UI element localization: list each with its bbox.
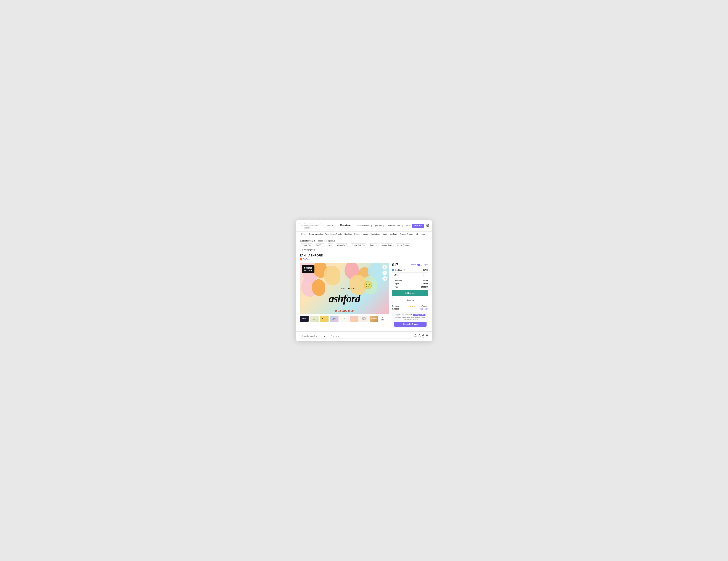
app-license-row: App $9999.00 xyxy=(392,286,428,288)
categories-row: Categories Fonts / Serif xyxy=(392,308,428,310)
logo-line1: Creative xyxy=(340,224,351,227)
size-option-72[interactable]: A 72pt xyxy=(426,334,428,339)
thumbnail-7[interactable]: the quickbrown foxjumps overthe lazy dog xyxy=(359,316,369,322)
app-price: $9999.00 xyxy=(421,286,428,288)
join-link[interactable]: Join xyxy=(397,225,400,227)
nav-fonts[interactable]: Fonts xyxy=(301,233,306,235)
preview-text-input[interactable] xyxy=(329,334,412,339)
category-nav: Fonts Design templates Web themes & code… xyxy=(296,231,432,237)
size-char-14: A xyxy=(415,334,416,336)
free-downloads-link[interactable]: Free Downloads xyxy=(356,225,369,227)
star-2: ★ xyxy=(412,305,414,307)
size-option-24[interactable]: A 24pt xyxy=(418,334,421,339)
suggested-searches: Suggested Searches based on this product… xyxy=(300,240,428,251)
tag-vintage-font[interactable]: Vintage Font xyxy=(300,243,313,247)
tag-serif[interactable]: Serif xyxy=(327,243,334,247)
search-bar[interactable]: Search fonts, phots, illustrations and m… xyxy=(299,222,321,230)
nav-illustrations[interactable]: Illustrations xyxy=(371,233,380,235)
favorite-button[interactable]: ♡ xyxy=(382,265,387,269)
price-row: $17 Member Regular xyxy=(392,263,428,267)
show-more-button[interactable]: › Show more xyxy=(379,316,385,322)
pricing-toggle-switch[interactable] xyxy=(417,263,422,266)
nav-brushes[interactable]: Brushes & more xyxy=(400,233,413,235)
tag-vintage-type[interactable]: Vintage Type xyxy=(380,243,394,247)
thumbnail-2[interactable]: whereflowersbloom xyxy=(310,316,319,322)
learn-chevron: ▾ xyxy=(426,233,427,235)
webfont-checkbox[interactable] xyxy=(392,279,394,282)
all-items-label: All Items xyxy=(324,225,331,227)
star-4: ★ xyxy=(416,305,418,307)
add-to-cart-button[interactable]: Add to cart xyxy=(392,290,428,296)
epub-license-label: Epub xyxy=(392,283,399,285)
thumbnail-5[interactable]: Aa Bb xyxy=(340,316,349,322)
search-icon xyxy=(301,224,303,227)
categories-label: Categories xyxy=(392,308,401,310)
nav-photos[interactable]: Photos xyxy=(354,233,360,235)
epub-checkbox[interactable] xyxy=(392,283,394,285)
desktop-info-icon[interactable]: i xyxy=(403,269,405,271)
nav-mockups[interactable]: Mockups xyxy=(390,233,397,235)
size-option-14[interactable]: A 14pt xyxy=(414,334,417,339)
all-items-button[interactable]: All Items ▾ xyxy=(322,224,335,228)
enterprise-link[interactable]: Enterprise xyxy=(387,225,395,227)
size-label-72: 72pt xyxy=(426,338,428,339)
save-btn[interactable]: Save 25% xyxy=(412,224,424,228)
tag-typeface[interactable]: Typeface xyxy=(368,243,379,247)
tag-vintage-typeface[interactable]: Vintage Typeface xyxy=(395,243,412,247)
cart-icon[interactable] xyxy=(426,224,429,227)
share-button[interactable] xyxy=(382,276,387,281)
size-char-48: A xyxy=(422,334,424,337)
nav-graphics[interactable]: Graphics xyxy=(344,233,352,235)
nav-3d[interactable]: 3D xyxy=(416,233,418,235)
categories-value[interactable]: Fonts / Serif xyxy=(419,308,428,310)
learn-dropdown[interactable]: Learn ▾ xyxy=(421,233,427,235)
product-price: $17 xyxy=(392,263,398,267)
learn-label: Learn xyxy=(421,233,425,235)
buy-now-button[interactable]: Buy now xyxy=(392,297,428,303)
product-left: 🙂 updatedversion TAN TYPE CO. ashford a … xyxy=(300,263,389,329)
thumbnail-6[interactable]: 🌸 xyxy=(350,316,359,322)
open-shop-link[interactable]: Open a Shop xyxy=(374,225,385,227)
reviews-label: Reviews xyxy=(392,305,399,307)
top-nav: Search fonts, phots, illustrations and m… xyxy=(296,220,432,231)
tag-vintage-serif[interactable]: Vintage Serif xyxy=(335,243,349,247)
tag-quotes-typography[interactable]: quotes typography xyxy=(300,248,317,251)
stepper-minus-button[interactable]: − xyxy=(419,272,424,277)
user-stepper-label: 1 User xyxy=(392,273,419,277)
epub-license-row: Epub $40.00 xyxy=(392,283,428,285)
webfont-price: $17.00 xyxy=(423,279,428,282)
webfont-label-text: Webfont xyxy=(395,279,402,282)
desktop-checkbox[interactable]: ✓ xyxy=(392,269,394,271)
nav-divider2: | xyxy=(402,225,403,227)
desktop-license-label: ✓ Desktop i xyxy=(392,269,405,271)
nav-icons[interactable]: Icons xyxy=(383,233,387,235)
logo-area: Creative MARKET xyxy=(336,224,354,228)
thumbnail-8[interactable]: TRENDSETTER xyxy=(369,316,378,322)
size-option-48[interactable]: A 48pt xyxy=(422,334,425,339)
author-name[interactable]: TanType xyxy=(303,258,310,260)
preview-select[interactable]: Select Preview Text ▾ xyxy=(300,334,327,339)
tag-list: Vintage Font Serif Font Serif Vintage Se… xyxy=(300,243,428,251)
webfont-license-row: Webfont $17.00 xyxy=(392,279,428,282)
nav-web-themes[interactable]: Web themes & code xyxy=(325,233,342,235)
reviews-row: Reviews ★ ★ ★ ★ ★ 1 Reviews xyxy=(392,305,428,307)
tag-vintage-serif-font[interactable]: Vintage Serif Font xyxy=(350,243,367,247)
subscription-text: Or get in subscription & save up to 25% xyxy=(394,314,427,316)
thumbnail-4[interactable]: Acrossa dream xyxy=(330,316,339,322)
site-logo[interactable]: Creative MARKET xyxy=(340,224,351,228)
thumbnail-1[interactable]: ashford xyxy=(300,316,309,322)
zoom-button[interactable]: + xyxy=(382,270,387,275)
stepper-plus-button[interactable]: + xyxy=(424,272,428,277)
nav-design-templates[interactable]: Design templates xyxy=(309,233,323,235)
tag-serif-font[interactable]: Serif Font xyxy=(314,243,325,247)
subscribe-save-button[interactable]: Subscribe & save xyxy=(394,322,427,327)
star-5: ★ xyxy=(418,305,420,307)
thumbnail-3[interactable]: Blossom xyxy=(320,316,329,322)
show-more-arrow-icon: › xyxy=(382,316,383,319)
svg-line-1 xyxy=(302,226,303,226)
star-3: ★ xyxy=(414,305,416,307)
suggested-searches-subtitle: based on this product xyxy=(318,240,335,242)
login-link[interactable]: Log In xyxy=(405,225,410,227)
app-checkbox[interactable] xyxy=(392,286,394,288)
nav-videos[interactable]: Videos xyxy=(363,233,368,235)
